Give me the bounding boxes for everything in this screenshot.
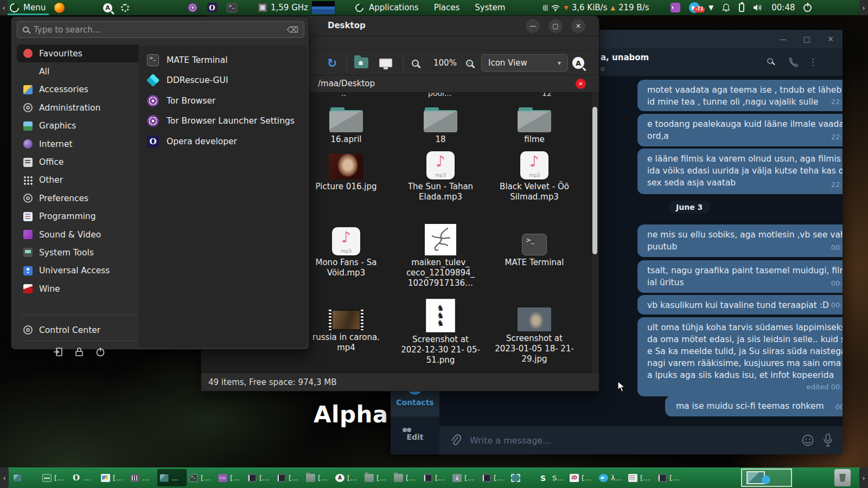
menu-button[interactable]: Menu	[23, 3, 46, 12]
taskbar-window-button-22[interactable]: […	[655, 469, 685, 486]
menu-category-preferences[interactable]: Preferences	[17, 189, 141, 207]
menu-category-internet[interactable]: Internet	[17, 135, 141, 153]
taskbar-scroll-right-button[interactable]: ›	[859, 467, 868, 488]
power-icon[interactable]	[803, 4, 812, 12]
menu-item-tor-browser-launcher-settings[interactable]: Tor Browser Launcher Settings	[138, 111, 307, 132]
search-tool-launcher-icon[interactable]: A	[103, 3, 112, 12]
window-switcher-applet[interactable]	[741, 468, 792, 487]
mate-menu-icon[interactable]	[8, 1, 21, 14]
taskbar-window-button-7[interactable]: […	[216, 469, 245, 486]
folder-tab-edit[interactable]: Edit	[391, 416, 439, 473]
message-bubble[interactable]: ult oma tühja koha tarvis südames lappim…	[637, 317, 843, 396]
taskbar-window-button-16[interactable]: […	[480, 469, 509, 486]
menu-item-tor-browser[interactable]: Tor Browser	[138, 91, 307, 111]
computer-button[interactable]	[379, 59, 392, 67]
taskbar-window-button-9[interactable]: […	[275, 469, 304, 486]
file-mono-fans-sa-v-id-mp3[interactable]: ♪mp3Mono Fans - Sa Võid.mp3	[305, 223, 387, 278]
file-screenshot-at-2022-12-30-21-05-51-png[interactable]: ♞♞♞Screenshot at 2022-12-30 21- 05-51.pn…	[400, 298, 481, 366]
file-mate-terminal[interactable]: >_MATE Terminal	[494, 227, 575, 268]
menu-item-mate-terminal[interactable]: >_MATE Terminal	[138, 50, 307, 70]
taskbar-window-button-17[interactable]	[509, 469, 538, 486]
zoom-out-button[interactable]: –	[412, 60, 419, 67]
menu-category-favourites[interactable]: Favourites	[17, 44, 141, 62]
taskbar-window-button-11[interactable]: A[…	[333, 469, 362, 486]
menu-category-accessories[interactable]: Accessories	[17, 81, 141, 99]
emoji-icon[interactable]	[801, 434, 814, 447]
taskbar-window-button-20[interactable]: λ…	[597, 469, 626, 486]
telegram-close-button[interactable]: ✕	[819, 30, 843, 48]
taskbar-window-button-2[interactable]: O…	[69, 469, 99, 486]
call-icon[interactable]	[788, 57, 799, 68]
message-bubble[interactable]: vb kasulikum kui tavaline tund teraapiat…	[637, 295, 843, 314]
telegram-maximize-button[interactable]: ▢	[795, 30, 819, 48]
taskbar-window-button-18[interactable]: SS…	[538, 469, 567, 486]
menu-search-input[interactable]	[34, 25, 282, 35]
menu-category-graphics[interactable]: Graphics	[17, 117, 141, 135]
home-button[interactable]	[354, 57, 368, 68]
file-maiken-tulev-ceco-12109894-10207917136[interactable]: maiken_tulev_ ceco_12109894_ 10207917136…	[400, 221, 481, 289]
file-black-velvet-silmad-mp3[interactable]: ♪mp3Black Velvet - Öö Silmad.mp3	[494, 149, 575, 202]
telegram-minimize-button[interactable]: —	[771, 30, 795, 48]
message-bubble[interactable]: ne mis su ellu sobiks, aga motlesin ,vb …	[637, 224, 843, 257]
taskbar-window-button-8[interactable]: […	[245, 469, 275, 486]
fm-search-button[interactable]: A	[572, 57, 584, 69]
system-menu[interactable]: System	[475, 3, 505, 12]
taskbar-window-button-19[interactable]: iD[…	[567, 469, 597, 486]
voice-message-mic-icon[interactable]	[823, 433, 833, 447]
menu-item-opera-developer[interactable]: OOpera developer	[138, 131, 307, 152]
fm-minimize-button[interactable]: —	[526, 19, 540, 33]
file-the-sun-tahan-elada-mp3[interactable]: ♪mp3The Sun - Tahan Elada.mp3	[400, 149, 481, 202]
menu-category-sound-video[interactable]: Sound & Video	[17, 226, 141, 243]
zoom-in-button[interactable]: +	[466, 60, 473, 67]
opera-launcher-icon[interactable]: O	[207, 3, 217, 12]
menu-category-administration[interactable]: Administration	[17, 99, 141, 117]
wifi-icon[interactable]	[551, 4, 560, 11]
menu-category-universal-access[interactable]: Universal Access	[17, 262, 141, 280]
fm-scrollbar-thumb[interactable]	[592, 107, 597, 254]
taskbar-window-button-12[interactable]: […	[362, 469, 392, 486]
message-bubble[interactable]: e toodang pealekauga kuid lääne ilmale v…	[637, 114, 843, 146]
menu-item-ddrescue-gui[interactable]: DDRescue-GUI	[138, 70, 307, 91]
menu-category-other[interactable]: Other	[17, 171, 141, 189]
taskbar-window-button-3[interactable]: […	[99, 469, 128, 486]
file-filme[interactable]: filme	[494, 105, 575, 145]
taskbar-window-button-21[interactable]: […	[626, 469, 655, 486]
fm-close-button[interactable]: ✕	[571, 19, 585, 33]
triangle-tray-icon[interactable]: ▼	[709, 4, 713, 11]
refresh-button[interactable]: ↻	[327, 56, 337, 70]
panel-scroll-left-button[interactable]: ‹	[0, 0, 8, 15]
taskbar-window-button-6[interactable]: >_[…	[187, 469, 216, 486]
fm-maximize-button[interactable]: ▢	[548, 19, 563, 33]
attach-paperclip-icon[interactable]	[449, 434, 461, 447]
file-16-april[interactable]: 16.april	[305, 105, 387, 145]
panel-scroll-right-button[interactable]: ›	[859, 0, 868, 15]
taskbar-window-button-13[interactable]: […	[392, 469, 421, 486]
chat-menu-kebab-icon[interactable]: ⋮	[808, 56, 818, 67]
menu-control-center-item[interactable]: Control Center	[17, 321, 141, 339]
taskbar-window-button-1[interactable]: […	[40, 469, 69, 486]
file-russia-in-carona-mp4[interactable]: russia in carona. mp4	[305, 305, 387, 353]
message-bubble[interactable]: tsalt, nagu graafika paint tasemel muidu…	[637, 260, 843, 293]
applications-menu[interactable]: Applications	[369, 3, 419, 12]
message-input[interactable]	[470, 435, 793, 446]
taskbar-window-button-15[interactable]: […	[450, 469, 480, 486]
taskbar-window-button-14[interactable]: […	[421, 469, 450, 486]
places-menu[interactable]: Places	[434, 3, 460, 12]
clear-search-icon[interactable]: ⌫	[287, 25, 298, 35]
shutdown-icon[interactable]	[95, 346, 106, 357]
taskbar-scroll-left-button[interactable]: ‹	[0, 467, 9, 488]
file-picture-016-jpg[interactable]: Picture 016.jpg	[305, 149, 387, 192]
location-close-icon[interactable]: ✕	[576, 79, 586, 89]
firefox-launcher-icon[interactable]	[54, 3, 65, 13]
lock-screen-icon[interactable]	[74, 346, 84, 357]
menu-category-wine[interactable]: Wine	[17, 280, 141, 298]
menu-category-office[interactable]: Office	[17, 153, 141, 171]
taskbar-window-button-5[interactable]: …	[157, 469, 187, 486]
file-screenshot-at-2023-01-05-18-21-29-jpg[interactable]: Screenshot at 2023-01-05 18- 21-29.jpg	[494, 303, 575, 365]
telegram-tray-icon[interactable]: -71	[689, 2, 700, 13]
network-graph-applet[interactable]	[312, 1, 335, 14]
message-bubble[interactable]: ma ise muidu sci-fi teemas rohkem00:23✓	[665, 396, 843, 416]
volume-icon[interactable]	[753, 3, 763, 12]
menu-category-system-tools[interactable]: System Tools	[17, 243, 141, 261]
taskbar-window-button-4[interactable]: …	[128, 469, 157, 486]
